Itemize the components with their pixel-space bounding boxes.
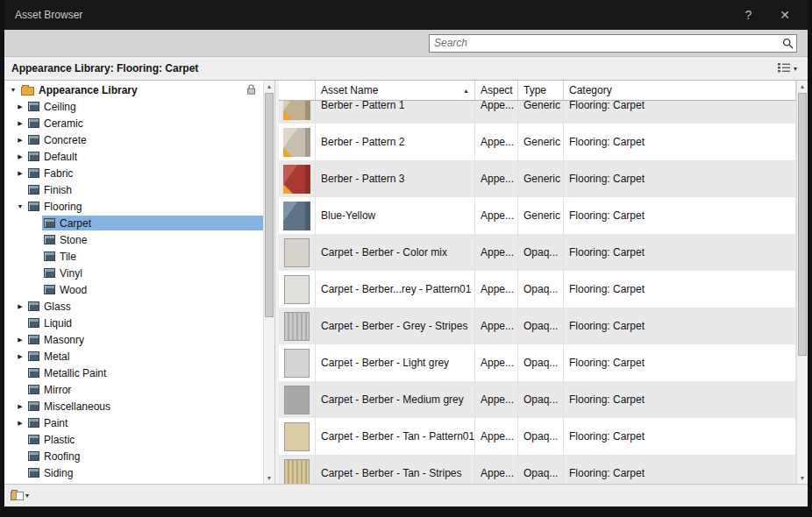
cell-category: Flooring: Carpet: [564, 308, 796, 344]
scroll-up-icon[interactable]: ▲: [264, 81, 274, 92]
tree-item-wood[interactable]: Wood: [4, 281, 263, 298]
tree-collapsed-arrow-icon[interactable]: ▶: [14, 414, 26, 431]
tree-item-roofing[interactable]: Roofing: [4, 448, 263, 464]
tree-scrollbar-thumb[interactable]: [265, 93, 274, 317]
scroll-up-icon[interactable]: ▲: [797, 81, 808, 92]
close-button[interactable]: ✕: [780, 9, 790, 21]
tree-item-flooring[interactable]: ▼Flooring: [4, 198, 263, 215]
column-type[interactable]: Type: [518, 81, 564, 100]
tree-scrollbar[interactable]: ▲ ▼: [263, 81, 274, 484]
asset-thumbnail-cell: [279, 271, 316, 308]
tree-item-label: Appearance Library: [39, 84, 138, 96]
tree-collapsed-arrow-icon[interactable]: ▶: [14, 115, 26, 131]
asset-row-carpet-berber-tan-pattern01[interactable]: Carpet - Berber - Tan - Pattern01Appe...…: [279, 418, 796, 455]
asset-table-header: Asset Name ▲ Aspect Type Category: [279, 81, 796, 101]
tree-item-label: Carpet: [60, 217, 91, 230]
material-swatch: [284, 422, 310, 451]
tree-item-carpet[interactable]: Carpet: [4, 215, 263, 231]
asset-row-carpet-berber-tan-stripes[interactable]: Carpet - Berber - Tan - StripesAppe...Op…: [279, 455, 796, 484]
cell-type: Opaq...: [518, 308, 564, 344]
asset-thumbnail-cell: [279, 418, 316, 455]
asset-list-panel: Asset Name ▲ Aspect Type Category Berber…: [279, 81, 808, 484]
view-options-button[interactable]: ▾: [773, 60, 801, 77]
tree-item-stone[interactable]: Stone: [4, 231, 263, 248]
tree-item-metallic-paint[interactable]: Metallic Paint: [4, 365, 263, 381]
tree-item-appearance-library[interactable]: ▼ Appearance Library: [4, 81, 263, 98]
tree-collapsed-arrow-icon[interactable]: ▶: [14, 331, 26, 348]
tree-collapsed-arrow-icon[interactable]: ▶: [14, 398, 26, 414]
chevron-down-icon: ▾: [794, 65, 797, 73]
tree-item-label: Default: [44, 151, 77, 163]
cell-category: Flooring: Carpet: [564, 124, 796, 160]
tree-item-label: Glass: [44, 301, 71, 313]
tree-item-glass[interactable]: ▶Glass: [4, 298, 263, 315]
category-icon: [44, 268, 55, 278]
cell-name: Carpet - Berber - Grey - Stripes: [316, 308, 475, 344]
tree-item-vinyl[interactable]: Vinyl: [4, 265, 263, 281]
tree-expanded-arrow-icon[interactable]: ▼: [7, 81, 19, 98]
asset-row-carpet-berber-light-grey[interactable]: Carpet - Berber - Light greyAppe...Opaq.…: [279, 344, 796, 381]
cell-category: Flooring: Carpet: [564, 234, 796, 271]
scroll-down-icon[interactable]: ▼: [797, 472, 808, 484]
chevron-down-icon: ▾: [25, 492, 29, 499]
tree-item-default[interactable]: ▶Default: [4, 148, 263, 165]
column-category[interactable]: Category: [564, 81, 796, 100]
library-tree: ▼ Appearance Library ▶Cei: [4, 81, 263, 484]
asset-thumbnail-cell: [279, 197, 316, 234]
tree-item-label: Liquid: [44, 317, 72, 329]
cell-aspect: Appe...: [475, 160, 518, 197]
asset-row-berber-pattern-3[interactable]: Berber - Pattern 3Appe...GenericFlooring…: [279, 160, 796, 197]
tree-item-fabric[interactable]: ▶Fabric: [4, 165, 263, 181]
tree-item-metal[interactable]: ▶Metal: [4, 348, 263, 365]
column-aspect[interactable]: Aspect: [475, 81, 518, 100]
tree-item-masonry[interactable]: ▶Masonry: [4, 331, 263, 348]
search-icon[interactable]: [781, 37, 794, 50]
table-scrollbar[interactable]: ▲ ▼: [796, 81, 808, 484]
table-scrollbar-thumb[interactable]: [798, 93, 807, 356]
tree-collapsed-arrow-icon[interactable]: ▶: [14, 165, 26, 181]
tree-item-label: Plastic: [44, 434, 75, 446]
tree-item-plastic[interactable]: Plastic: [4, 431, 263, 448]
search-input[interactable]: [434, 37, 781, 49]
material-swatch: [283, 101, 310, 120]
asset-row-carpet-berber-grey-stripes[interactable]: Carpet - Berber - Grey - StripesAppe...O…: [279, 308, 796, 344]
tree-item-label: Stone: [60, 234, 87, 246]
asset-row-berber-pattern-2[interactable]: Berber - Pattern 2Appe...GenericFlooring…: [279, 124, 796, 160]
tree-item-siding[interactable]: Siding: [4, 464, 263, 481]
category-icon: [28, 401, 39, 411]
tree-collapsed-arrow-icon[interactable]: ▶: [14, 98, 26, 115]
tree-item-mirror[interactable]: Mirror: [4, 381, 263, 398]
tree-item-miscellaneous[interactable]: ▶Miscellaneous: [4, 398, 263, 414]
tree-collapsed-arrow-icon[interactable]: ▶: [14, 348, 26, 365]
search-bar: [4, 30, 808, 57]
asset-row-blue-yellow[interactable]: Blue-YellowAppe...GenericFlooring: Carpe…: [279, 197, 796, 234]
asset-row-carpet-berber-color-mix[interactable]: Carpet - Berber - Color mixAppe...Opaq..…: [279, 234, 796, 271]
asset-row-carpet-berber-rey-pattern01[interactable]: Carpet - Berber...rey - Pattern01Appe...…: [279, 271, 796, 308]
breadcrumb: Appearance Library: Flooring: Carpet: [11, 62, 198, 74]
tree-expanded-arrow-icon[interactable]: ▼: [14, 198, 26, 215]
search-box[interactable]: [429, 34, 797, 53]
scroll-down-icon[interactable]: ▼: [264, 472, 274, 484]
asset-thumbnail-cell: [279, 344, 316, 381]
cell-type: Opaq...: [518, 344, 564, 381]
tree-item-finish[interactable]: Finish: [4, 181, 263, 198]
column-asset-name[interactable]: Asset Name ▲: [316, 81, 475, 100]
tree-item-liquid[interactable]: Liquid: [4, 315, 263, 331]
library-options-button[interactable]: ▾: [11, 492, 29, 500]
column-thumbnail[interactable]: [279, 81, 316, 100]
category-icon: [28, 351, 39, 361]
tree-item-ceramic[interactable]: ▶Ceramic: [4, 115, 263, 131]
tree-collapsed-arrow-icon[interactable]: ▶: [14, 131, 26, 148]
tree-item-tile[interactable]: Tile: [4, 248, 263, 265]
tree-item-ceiling[interactable]: ▶Ceiling: [4, 98, 263, 115]
tree-item-paint[interactable]: ▶Paint: [4, 414, 263, 431]
tree-item-concrete[interactable]: ▶Concrete: [4, 131, 263, 148]
tree-item-label: Flooring: [44, 201, 82, 213]
tree-collapsed-arrow-icon[interactable]: ▶: [14, 298, 26, 315]
cell-name: Berber - Pattern 1: [316, 101, 475, 124]
help-button[interactable]: ?: [744, 9, 751, 21]
cell-aspect: Appe...: [475, 234, 518, 271]
asset-row-berber-pattern-1[interactable]: Berber - Pattern 1Appe...GenericFlooring…: [279, 101, 796, 124]
tree-collapsed-arrow-icon[interactable]: ▶: [14, 148, 26, 165]
asset-row-carpet-berber-medium-grey[interactable]: Carpet - Berber - Medium greyAppe...Opaq…: [279, 381, 796, 418]
